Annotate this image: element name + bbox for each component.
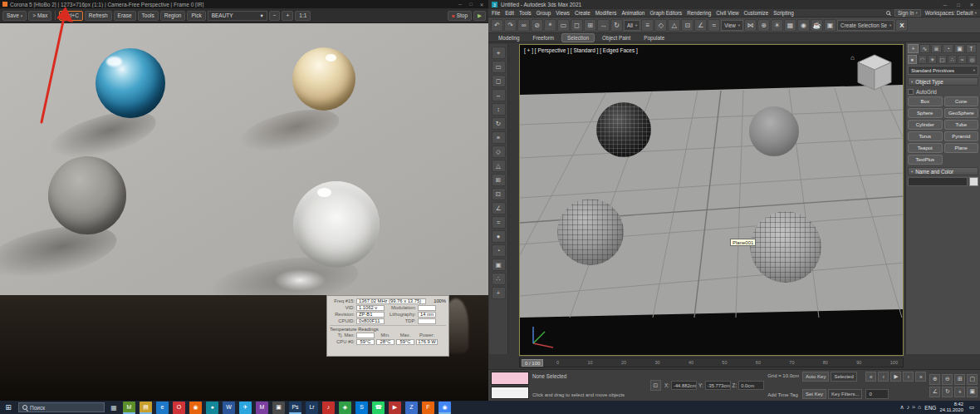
create-category-icon[interactable]: ● — [908, 55, 917, 64]
left-toolbar-icon[interactable]: ≡ — [492, 131, 506, 144]
viewport-sphere-dark[interactable] — [596, 102, 651, 157]
left-toolbar-icon[interactable]: ≈ — [492, 216, 506, 229]
playback-button[interactable]: › — [903, 372, 914, 382]
toolbar-icon[interactable]: ◻ — [571, 19, 583, 32]
max-button[interactable]: > Max — [28, 11, 51, 21]
ribbon-tab[interactable]: Populate — [638, 33, 670, 42]
left-toolbar-icon[interactable]: ⊞ — [492, 174, 506, 186]
toolbar-icon[interactable]: ▣ — [824, 19, 836, 32]
selection-filter-dropdown[interactable]: All▾ — [624, 20, 640, 31]
viewport-nav-icon[interactable]: ↻ — [942, 387, 953, 397]
create-category-icon[interactable]: ≈ — [958, 55, 967, 64]
toolbar-icon[interactable]: △ — [668, 19, 680, 32]
maxscript-mini-listener[interactable] — [491, 387, 529, 400]
ribbon-tab[interactable]: Object Paint — [596, 33, 636, 42]
taskbar-app-icon[interactable]: W — [223, 402, 235, 414]
create-category-icon[interactable]: ☀ — [928, 55, 937, 64]
command-panel-tab[interactable]: T — [966, 44, 977, 53]
tray-icon[interactable]: ≈ — [912, 404, 915, 411]
taskbar-app-icon[interactable]: F — [422, 402, 434, 414]
primitive-button[interactable]: Cone — [944, 96, 979, 106]
command-panel-tab[interactable]: ∿ — [919, 44, 930, 53]
zoom-out-icon[interactable]: − — [269, 11, 281, 21]
toolbar-icon[interactable]: ↻ — [610, 19, 623, 32]
create-category-icon[interactable]: ◎ — [968, 55, 977, 64]
primitive-button[interactable]: Pyramid — [944, 131, 979, 141]
tray-icon[interactable]: ⌂ — [918, 404, 921, 411]
menu-item[interactable]: Tools — [519, 10, 532, 16]
viewport-nav-icon[interactable]: + — [954, 387, 965, 397]
primitive-category-dropdown[interactable]: Standard Primitives▾ — [908, 66, 978, 75]
named-selection-set-field[interactable]: Create Selection Se▾ — [837, 20, 894, 31]
close-icon[interactable]: ✕ — [967, 2, 977, 7]
left-toolbar-icon[interactable]: ↔ — [492, 89, 506, 101]
toolbar-icon[interactable]: ∞ — [517, 19, 530, 32]
toolbar-icon[interactable]: ☕ — [811, 19, 823, 32]
toolbar-icon[interactable]: ↔ — [597, 19, 610, 32]
viewport-nav-icon[interactable]: ⊞ — [954, 374, 965, 385]
selection-lock-icon[interactable]: ⊡ — [650, 380, 661, 391]
viewport-sphere-smooth[interactable] — [749, 106, 799, 156]
menu-item[interactable]: Modifiers — [595, 10, 617, 16]
menu-item[interactable]: Customize — [744, 10, 769, 16]
toolbar-icon[interactable]: ⊘ — [531, 19, 543, 32]
autogrid-checkbox[interactable] — [908, 89, 914, 95]
left-toolbar-icon[interactable]: ⌖ — [492, 47, 506, 59]
playback-button[interactable]: » — [915, 372, 926, 382]
command-panel-tab[interactable]: ≣ — [931, 44, 942, 53]
object-color-swatch[interactable] — [969, 177, 978, 186]
close-icon[interactable]: ✕ — [478, 2, 486, 7]
viewport-nav-icon[interactable]: ▣ — [967, 387, 978, 397]
toolbar-icon[interactable]: ∠ — [694, 19, 707, 32]
toolbar-icon[interactable]: ⌖ — [544, 19, 556, 32]
z-coordinate-field[interactable]: 0.0cm — [738, 381, 764, 390]
taskbar-app-icon[interactable]: ♪ — [322, 402, 335, 414]
command-panel-tab[interactable]: ▣ — [954, 44, 965, 53]
primitive-button[interactable]: Box — [908, 96, 943, 106]
key-filters-button[interactable]: Key Filters... — [828, 389, 862, 399]
command-panel-tab[interactable]: + — [908, 44, 919, 53]
menu-item[interactable]: Edit — [505, 10, 514, 16]
left-toolbar-icon[interactable]: △ — [492, 160, 506, 172]
name-color-rollout[interactable]: ▾Name and Color — [908, 167, 978, 175]
left-toolbar-icon[interactable]: ∴ — [492, 273, 506, 285]
primitive-button[interactable]: Tube — [944, 120, 979, 130]
viewport-nav-icon[interactable]: ⊖ — [942, 374, 953, 385]
copy-button[interactable]: Ctrl+C — [59, 11, 83, 21]
clock[interactable]: 8:42 24.11.2020 — [939, 402, 963, 412]
render-start-button[interactable]: ▶ — [473, 11, 486, 21]
taskbar-app-icon[interactable]: ◉ — [439, 402, 451, 414]
primitive-button[interactable]: Teapot — [908, 143, 943, 153]
time-slider-handle[interactable]: 0 / 100 — [522, 359, 543, 367]
region-button[interactable]: Region — [160, 11, 186, 21]
max-titlebar[interactable]: 3 Untitled - Autodesk 3ds Max 2021 ─ □ ✕ — [488, 0, 980, 9]
toolbar-icon[interactable]: ≡ — [641, 19, 654, 32]
x-coordinate-field[interactable]: -44.882cm — [671, 381, 697, 390]
toolbar-icon[interactable]: ⊡ — [681, 19, 693, 32]
playback-button[interactable]: « — [865, 372, 876, 382]
action-center-icon[interactable]: ▭ — [967, 404, 977, 411]
viewport-nav-icon[interactable]: ▢ — [967, 374, 978, 385]
perspective-viewport[interactable]: [ + ] [ Perspective ] [ Standard ] [ Edg… — [519, 44, 904, 356]
taskbar-app-icon[interactable]: ▶ — [389, 402, 401, 414]
toolbar-icon[interactable]: ⋈ — [744, 19, 757, 32]
taskbar-app-icon[interactable]: e — [156, 402, 169, 414]
viewport-nav-icon[interactable]: ⊕ — [929, 374, 940, 385]
primitive-button[interactable]: Cylinder — [908, 120, 943, 130]
playback-button[interactable]: ▶ — [890, 372, 901, 382]
toolbar-icon[interactable]: ◉ — [797, 19, 810, 32]
toolbar-icon[interactable]: ↷ — [504, 19, 517, 32]
command-panel-tab[interactable]: ◔ — [943, 44, 953, 53]
left-toolbar-icon[interactable]: ⊡ — [492, 188, 506, 200]
view-cube[interactable]: ⌂ — [850, 50, 896, 96]
left-toolbar-icon[interactable]: ▭ — [492, 61, 506, 73]
taskbar-app-icon[interactable]: ✈ — [239, 402, 252, 414]
left-toolbar-icon[interactable]: ↻ — [492, 117, 506, 130]
tools-button[interactable]: Tools — [138, 11, 159, 21]
render-element-dropdown[interactable]: BEAUTY▾ — [208, 11, 267, 21]
timeline[interactable]: 0 / 100 0102030405060708090100 — [519, 357, 904, 367]
menu-item[interactable]: Animation — [621, 10, 644, 16]
menu-item[interactable]: Views — [556, 10, 570, 16]
maximize-icon[interactable]: □ — [467, 2, 475, 7]
taskbar-app-icon[interactable]: M — [256, 402, 268, 414]
